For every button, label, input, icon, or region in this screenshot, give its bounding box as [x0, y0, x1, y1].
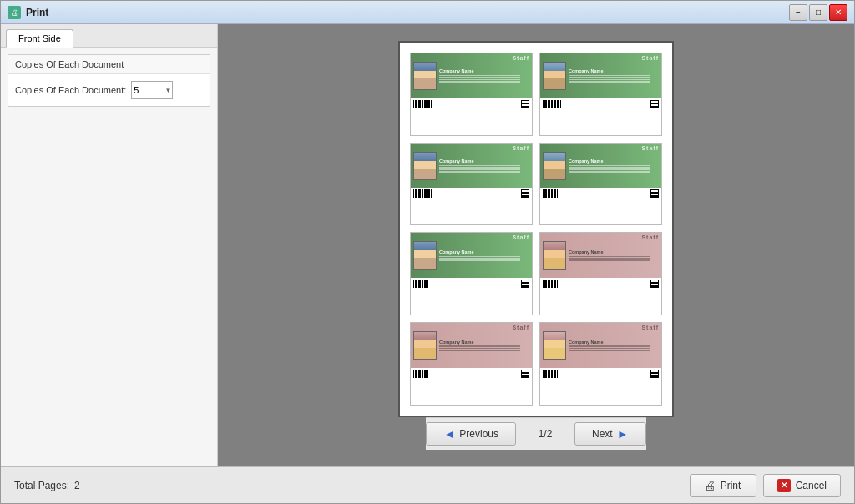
qr-code-3: [521, 189, 529, 198]
cancel-icon: ✕: [777, 479, 791, 492]
cancel-button[interactable]: ✕ Cancel: [763, 474, 841, 497]
copies-select[interactable]: 1 2 3 4 5 6 7 8 9 10: [131, 81, 173, 99]
section-header: Copies Of Each Document: [8, 55, 210, 74]
copies-label: Copies Of Each Document:: [15, 85, 126, 95]
id-card-3: Company Name Staff: [410, 143, 533, 226]
action-buttons: 🖨 Print ✕ Cancel: [690, 474, 841, 497]
card-info-1: Company Name: [439, 68, 529, 83]
previous-label: Previous: [459, 428, 498, 440]
print-window: 🖨 Print − □ ✕ Front Side Copies Of Each …: [0, 0, 855, 504]
id-card-7: Company Name Staff: [410, 322, 533, 406]
card-bottom-8: [540, 368, 661, 405]
card-top-4: Company Name Staff: [540, 144, 661, 189]
section-content: Copies Of Each Document: 1 2 3 4 5 6 7: [8, 74, 210, 106]
card-bottom-2: [540, 98, 661, 135]
next-button[interactable]: Next ►: [574, 422, 646, 446]
card-info-5: Company Name: [439, 249, 529, 262]
preview-area: Company Name Staff: [218, 24, 854, 466]
qr-code-1: [521, 100, 529, 108]
left-panel: Front Side Copies Of Each Document Copie…: [1, 24, 218, 466]
card-top-6: Company Name Staff: [540, 233, 661, 278]
window-title: Print: [26, 7, 789, 18]
barcode-1: [413, 100, 432, 108]
navigation-bar: ◄ Previous 1/2 Next ►: [426, 417, 645, 450]
barcode-2: [543, 100, 561, 108]
previous-button[interactable]: ◄ Previous: [426, 422, 516, 446]
card-photo-1: [413, 62, 437, 90]
print-icon: 🖨: [704, 479, 716, 492]
qr-code-4: [650, 189, 659, 198]
id-card-8: Company Name Staff: [539, 322, 662, 406]
window-icon: 🖨: [8, 6, 21, 19]
qr-code-6: [650, 280, 659, 288]
copies-row: Copies Of Each Document: 1 2 3 4 5 6 7: [15, 81, 203, 99]
card-top-8: Company Name Staff: [540, 323, 661, 368]
qr-code-5: [521, 280, 529, 288]
card-bottom-5: [411, 278, 532, 315]
id-card-1: Company Name Staff: [410, 53, 533, 136]
card-photo-5: [413, 241, 437, 270]
restore-button[interactable]: □: [809, 4, 827, 21]
copies-section: Copies Of Each Document Copies Of Each D…: [8, 54, 210, 107]
window-controls: − □ ✕: [789, 4, 847, 21]
close-button[interactable]: ✕: [829, 4, 847, 21]
print-label: Print: [721, 480, 741, 491]
next-arrow-icon: ►: [617, 427, 629, 441]
card-top-3: Company Name Staff: [411, 144, 532, 189]
page-indicator: 1/2: [533, 428, 558, 440]
print-button[interactable]: 🖨 Print: [690, 474, 756, 497]
card-photo-7: [413, 331, 437, 360]
id-card-5: Company Name Staff: [410, 232, 533, 315]
card-bottom-4: [540, 188, 661, 224]
tab-front-side[interactable]: Front Side: [6, 29, 73, 48]
qr-code-7: [521, 370, 529, 378]
card-photo-6: [543, 241, 566, 270]
tab-strip: Front Side: [1, 24, 217, 48]
barcode-3: [413, 189, 432, 198]
card-photo-3: [413, 152, 437, 180]
id-card-2: Company Name Staff: [539, 53, 662, 136]
main-content: Front Side Copies Of Each Document Copie…: [1, 24, 854, 466]
barcode-6: [543, 280, 558, 288]
card-top-7: Company Name Staff: [411, 323, 532, 368]
card-info-8: Company Name: [569, 340, 659, 352]
card-top-1: Company Name Staff: [411, 53, 532, 98]
bottom-bar: Total Pages: 2 🖨 Print ✕ Cancel: [1, 466, 854, 503]
panel-body: Copies Of Each Document Copies Of Each D…: [1, 48, 217, 466]
qr-code-2: [650, 100, 659, 108]
page-preview: Company Name Staff: [398, 41, 674, 417]
barcode-7: [413, 370, 428, 378]
card-photo-4: [543, 152, 566, 180]
id-card-4: Company Name Staff: [539, 143, 662, 226]
card-bottom-3: [411, 188, 532, 224]
barcode-4: [543, 189, 558, 198]
id-card-6: Company Name Staff: [539, 232, 662, 315]
card-top-5: Company Name Staff: [411, 233, 532, 278]
cancel-label: Cancel: [796, 480, 827, 491]
card-bottom-7: [411, 368, 532, 405]
card-info-4: Company Name: [569, 159, 659, 173]
previous-arrow-icon: ◄: [443, 427, 455, 441]
total-pages-label: Total Pages:: [14, 480, 69, 491]
total-pages-value: 2: [74, 480, 80, 491]
barcode-8: [543, 370, 558, 378]
card-bottom-1: [411, 98, 532, 135]
copies-select-wrapper: 1 2 3 4 5 6 7 8 9 10: [131, 81, 173, 99]
card-top-2: Company Name Staff: [540, 53, 661, 98]
qr-code-8: [650, 370, 659, 378]
card-photo-8: [543, 331, 566, 360]
barcode-5: [413, 280, 428, 288]
card-info-6: Company Name: [569, 249, 659, 262]
total-pages: Total Pages: 2: [14, 480, 80, 491]
card-bottom-6: [540, 278, 661, 315]
titlebar: 🖨 Print − □ ✕: [1, 1, 854, 24]
minimize-button[interactable]: −: [789, 4, 807, 21]
card-info-7: Company Name: [439, 340, 529, 352]
next-label: Next: [592, 428, 613, 440]
card-info-2: Company Name: [569, 68, 659, 83]
card-info-3: Company Name: [439, 159, 529, 173]
card-photo-2: [543, 62, 566, 90]
